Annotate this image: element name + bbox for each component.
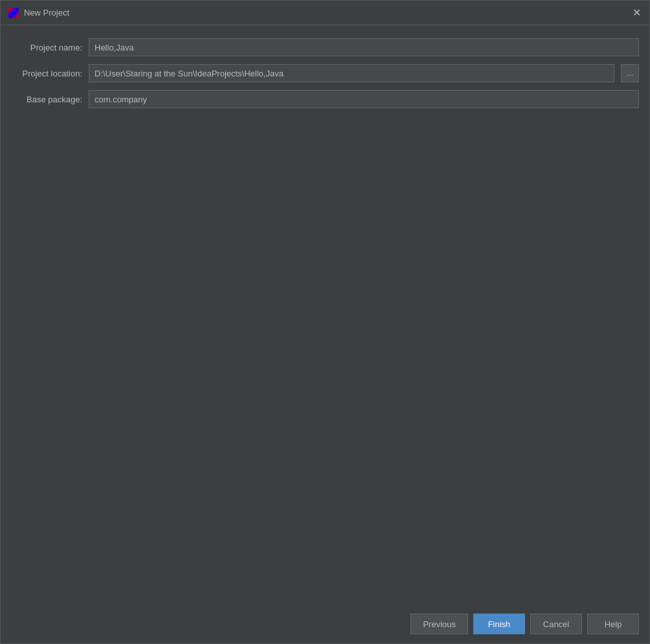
- base-package-row: Base package:: [11, 90, 639, 108]
- new-project-dialog: New Project ✕ Project name: Project loca…: [0, 0, 650, 644]
- finish-button[interactable]: Finish: [473, 614, 525, 634]
- project-location-row: Project location: ...: [11, 64, 639, 82]
- project-location-input[interactable]: [89, 64, 614, 82]
- project-name-input[interactable]: [89, 38, 639, 56]
- dialog-title: New Project: [24, 8, 631, 17]
- app-icon: [8, 8, 19, 18]
- help-button[interactable]: Help: [587, 614, 639, 634]
- browse-button[interactable]: ...: [621, 64, 639, 82]
- previous-button[interactable]: Previous: [410, 614, 468, 634]
- base-package-label: Base package:: [11, 95, 82, 104]
- title-bar: New Project ✕: [1, 1, 649, 25]
- project-location-label: Project location:: [11, 69, 82, 78]
- dialog-footer: Previous Finish Cancel Help: [1, 604, 649, 643]
- project-name-label: Project name:: [11, 43, 82, 52]
- dialog-content: Project name: Project location: ... Base…: [1, 25, 649, 604]
- project-name-row: Project name:: [11, 38, 639, 56]
- base-package-input[interactable]: [89, 90, 639, 108]
- cancel-button[interactable]: Cancel: [530, 614, 582, 634]
- close-button[interactable]: ✕: [631, 8, 642, 18]
